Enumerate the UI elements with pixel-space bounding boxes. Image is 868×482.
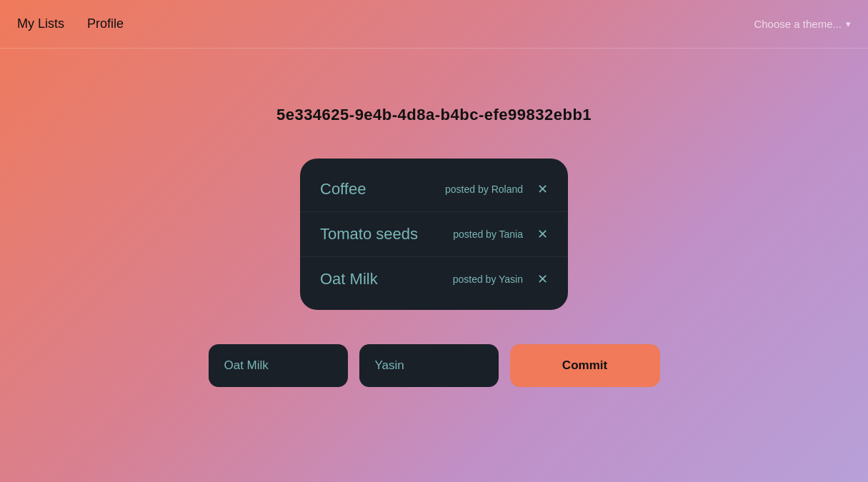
item-name-tomato: Tomato seeds: [320, 225, 453, 243]
item-posted-coffee: posted by Roland: [445, 184, 523, 195]
items-card: Coffee posted by Roland ✕ Tomato seeds p…: [300, 159, 568, 310]
item-input[interactable]: [209, 344, 348, 387]
nav-profile[interactable]: Profile: [87, 16, 124, 31]
close-icon-coffee[interactable]: ✕: [537, 183, 548, 196]
nav-my-lists[interactable]: My Lists: [17, 16, 64, 31]
table-row: Oat Milk posted by Yasin ✕: [300, 257, 568, 301]
list-id: 5e334625-9e4b-4d8a-b4bc-efe99832ebb1: [276, 106, 592, 124]
close-icon-oat[interactable]: ✕: [537, 273, 548, 286]
form-row: Commit: [209, 344, 660, 387]
item-posted-tomato: posted by Tania: [453, 229, 523, 240]
item-name-oat: Oat Milk: [320, 270, 453, 288]
table-row: Coffee posted by Roland ✕: [300, 167, 568, 212]
theme-selector-label: Choose a theme...: [754, 18, 842, 30]
chevron-down-icon: ▾: [846, 19, 851, 29]
main-content: 5e334625-9e4b-4d8a-b4bc-efe99832ebb1 Cof…: [0, 49, 868, 387]
item-name-coffee: Coffee: [320, 180, 445, 199]
table-row: Tomato seeds posted by Tania ✕: [300, 212, 568, 257]
nav-links: My Lists Profile: [17, 16, 754, 31]
item-posted-oat: posted by Yasin: [453, 273, 523, 285]
commit-button[interactable]: Commit: [510, 344, 660, 387]
author-input[interactable]: [359, 344, 499, 387]
theme-selector[interactable]: Choose a theme... ▾: [754, 18, 851, 30]
navbar: My Lists Profile Choose a theme... ▾: [0, 0, 868, 49]
close-icon-tomato[interactable]: ✕: [537, 228, 548, 241]
